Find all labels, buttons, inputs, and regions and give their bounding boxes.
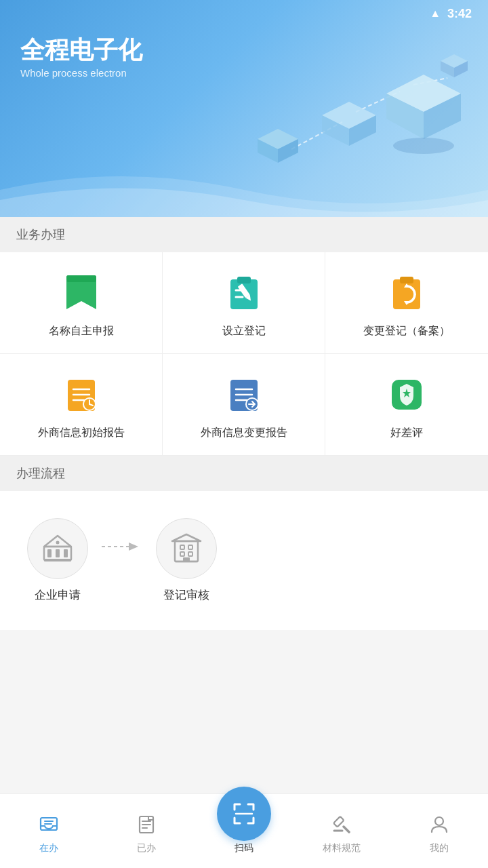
svg-rect-56 [180, 552, 184, 556]
svg-rect-25 [400, 277, 413, 283]
process-section-header: 办理流程 [0, 456, 488, 491]
edit-clipboard-icon [222, 271, 266, 315]
nav-item-in-progress[interactable]: 在办 [0, 814, 98, 857]
process-flow: 企业申请 [0, 491, 488, 630]
nav-item-mine[interactable]: 我的 [390, 814, 488, 857]
svg-rect-19 [237, 277, 251, 283]
menu-label-foreign-change: 外商信息变更报告 [201, 426, 287, 440]
process-label-apply: 企业申请 [35, 587, 81, 603]
svg-marker-52 [129, 542, 138, 551]
nav-label-scan: 扫码 [235, 842, 253, 854]
menu-item-foreign-initial[interactable]: 外商信息初始报告 [0, 354, 163, 456]
hero-banner: 全程电子化 Whole process electron [0, 0, 488, 217]
menu-label-name-self-report: 名称自主申报 [49, 324, 114, 338]
nav-item-scan[interactable]: 扫码 [195, 854, 293, 857]
svg-rect-54 [180, 545, 184, 549]
gavel-icon [331, 814, 352, 838]
nav-label-done: 已办 [137, 842, 156, 854]
person-icon [429, 814, 449, 838]
nav-label-materials: 材料规范 [323, 842, 361, 854]
badge-star-icon [385, 373, 428, 416]
business-section-header: 业务办理 [0, 217, 488, 252]
menu-label-rating: 好差评 [390, 426, 423, 440]
inbox-icon [39, 814, 59, 838]
report-arrow-icon [222, 373, 266, 416]
svg-rect-55 [188, 545, 192, 549]
svg-point-72 [435, 817, 443, 825]
process-section: 企业申请 [0, 491, 488, 630]
menu-item-change-register[interactable]: 变更登记（备案） [325, 252, 488, 354]
menu-item-rating[interactable]: 好差评 [325, 354, 488, 456]
svg-line-70 [344, 827, 349, 832]
document-icon [136, 814, 157, 838]
nav-label-mine: 我的 [430, 842, 449, 854]
process-arrow [88, 538, 156, 555]
process-step-review[interactable]: 登记审核 [156, 518, 217, 603]
status-bar: ▲ 3:42 [0, 0, 488, 27]
wifi-icon: ▲ [430, 7, 441, 20]
menu-item-name-self-report[interactable]: 名称自主申报 [0, 252, 163, 354]
menu-label-change-register: 变更登记（备案） [363, 324, 450, 338]
nav-label-in-progress: 在办 [39, 842, 58, 854]
menu-item-establishment[interactable]: 设立登记 [163, 252, 325, 354]
bottom-nav: 在办 已办 扫码 [0, 793, 488, 868]
svg-rect-49 [44, 559, 71, 561]
svg-point-12 [393, 138, 454, 154]
hero-title-block: 全程电子化 Whole process electron [20, 35, 142, 79]
process-label-review: 登记审核 [163, 587, 209, 603]
app-subtitle: Whole process electron [20, 67, 142, 79]
report-clock-icon [60, 373, 103, 416]
refresh-clipboard-icon [385, 271, 428, 315]
review-circle [156, 518, 217, 579]
process-step-apply[interactable]: 企业申请 [27, 518, 88, 603]
nav-item-done[interactable]: 已办 [98, 814, 195, 857]
scan-button[interactable] [217, 787, 271, 841]
svg-rect-69 [333, 816, 344, 827]
menu-item-foreign-change[interactable]: 外商信息变更报告 [163, 354, 325, 456]
svg-marker-59 [172, 534, 201, 541]
svg-point-50 [56, 540, 60, 544]
app-title: 全程电子化 [20, 35, 142, 64]
time-display: 3:42 [447, 7, 472, 21]
nav-item-materials[interactable]: 材料规范 [293, 814, 390, 857]
svg-rect-48 [64, 549, 68, 557]
bookmark-icon [60, 271, 103, 315]
apply-circle [27, 518, 88, 579]
svg-rect-17 [66, 275, 96, 282]
svg-rect-47 [56, 549, 60, 557]
menu-label-foreign-initial: 外商信息初始报告 [38, 426, 125, 440]
business-menu-grid: 名称自主申报 设立登记 [0, 252, 488, 456]
menu-label-establishment: 设立登记 [222, 324, 266, 338]
svg-rect-46 [47, 549, 52, 557]
svg-rect-57 [188, 552, 192, 556]
